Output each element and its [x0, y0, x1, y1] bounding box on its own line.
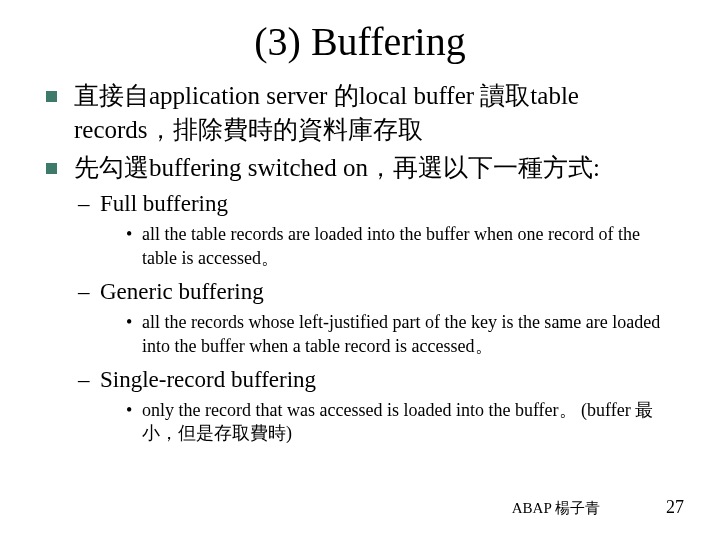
- dot-icon: •: [126, 399, 132, 422]
- dot-icon: •: [126, 311, 132, 334]
- bullet-text: 直接自application server 的local buffer 讀取ta…: [74, 82, 579, 143]
- level3-list: • all the table records are loaded into …: [100, 223, 676, 270]
- bullet-item: 先勾選buffering switched on，再選以下一種方式: – Ful…: [44, 151, 676, 446]
- footer-author: ABAP 楊子青: [512, 499, 600, 518]
- detail-text: only the record that was accessed is loa…: [142, 400, 653, 443]
- dash-icon: –: [78, 188, 90, 219]
- dash-icon: –: [78, 276, 90, 307]
- slide: (3) Buffering 直接自application server 的loc…: [0, 0, 720, 540]
- slide-title: (3) Buffering: [44, 18, 676, 65]
- detail-text: all the table records are loaded into th…: [142, 224, 640, 267]
- sub-item: – Single-record buffering • only the rec…: [74, 364, 676, 446]
- detail-item: • all the table records are loaded into …: [126, 223, 676, 270]
- level3-list: • only the record that was accessed is l…: [100, 399, 676, 446]
- dash-icon: –: [78, 364, 90, 395]
- page-number: 27: [666, 497, 684, 518]
- level3-list: • all the records whose left-justified p…: [100, 311, 676, 358]
- detail-item: • only the record that was accessed is l…: [126, 399, 676, 446]
- sub-item: – Generic buffering • all the records wh…: [74, 276, 676, 358]
- square-bullet-icon: [46, 91, 57, 102]
- bullet-text: 先勾選buffering switched on，再選以下一種方式:: [74, 154, 600, 181]
- detail-item: • all the records whose left-justified p…: [126, 311, 676, 358]
- sub-label: Single-record buffering: [100, 367, 316, 392]
- square-bullet-icon: [46, 163, 57, 174]
- level2-list: – Full buffering • all the table records…: [74, 188, 676, 445]
- sub-item: – Full buffering • all the table records…: [74, 188, 676, 270]
- level1-list: 直接自application server 的local buffer 讀取ta…: [44, 79, 676, 446]
- bullet-item: 直接自application server 的local buffer 讀取ta…: [44, 79, 676, 147]
- sub-label: Generic buffering: [100, 279, 264, 304]
- dot-icon: •: [126, 223, 132, 246]
- sub-label: Full buffering: [100, 191, 228, 216]
- detail-text: all the records whose left-justified par…: [142, 312, 660, 355]
